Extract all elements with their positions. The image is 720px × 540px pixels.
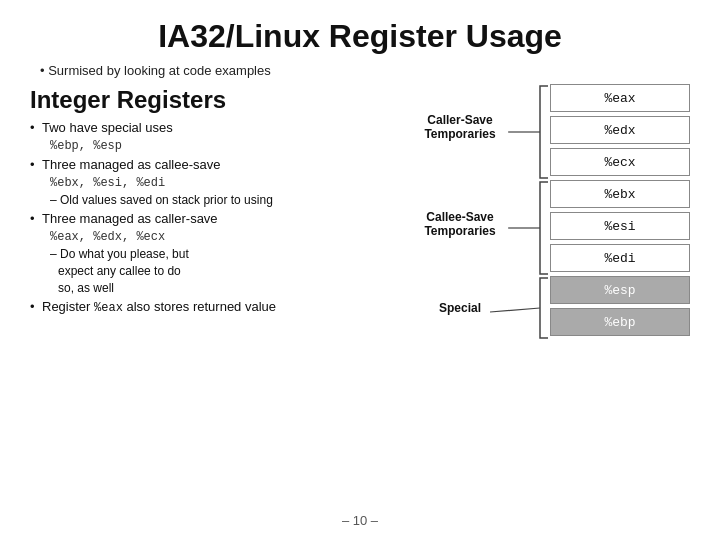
bullet-4: Register %eax also stores returned value: [30, 299, 392, 315]
section-header: Integer Registers: [30, 86, 392, 114]
caller-save-label: Caller-Save: [427, 113, 493, 127]
visual-section: %eax %edx %ecx %ebx %esi %edi %esp %ebp: [400, 84, 690, 344]
register-diagram: %eax %edx %ecx %ebx %esi %edi %esp %ebp: [400, 84, 690, 344]
svg-text:Temporaries: Temporaries: [424, 224, 495, 238]
bullet-3-text1: – Do what you please, but: [30, 247, 392, 261]
svg-text:Temporaries: Temporaries: [424, 127, 495, 141]
bullet-2: Three managed as callee-save: [30, 157, 392, 172]
special-label: Special: [439, 301, 481, 315]
bullet-3-code: %eax, %edx, %ecx: [30, 230, 392, 244]
bullet-3: Three managed as caller-save: [30, 211, 392, 226]
brace-svg: Caller-Save Temporaries Callee-Save Temp…: [400, 84, 690, 344]
page-title: IA32/Linux Register Usage: [30, 18, 690, 55]
text-section: Integer Registers Two have special uses …: [30, 84, 400, 344]
footer: – 10 –: [0, 513, 720, 528]
bullet-3-text1c: so, as well: [30, 281, 392, 295]
bullet-2-text1: – Old values saved on stack prior to usi…: [30, 193, 392, 207]
bullet-3-text1b: expect any callee to do: [30, 264, 392, 278]
page: IA32/Linux Register Usage Surmised by lo…: [0, 0, 720, 540]
bullet-1: Two have special uses: [30, 120, 392, 135]
bullet-2-code: %ebx, %esi, %edi: [30, 176, 392, 190]
main-content: Integer Registers Two have special uses …: [30, 84, 690, 344]
callee-save-label: Callee-Save: [426, 210, 494, 224]
svg-line-4: [490, 308, 540, 312]
bullet-1-code: %ebp, %esp: [30, 139, 392, 153]
subtitle-text: Surmised by looking at code examples: [40, 63, 690, 78]
